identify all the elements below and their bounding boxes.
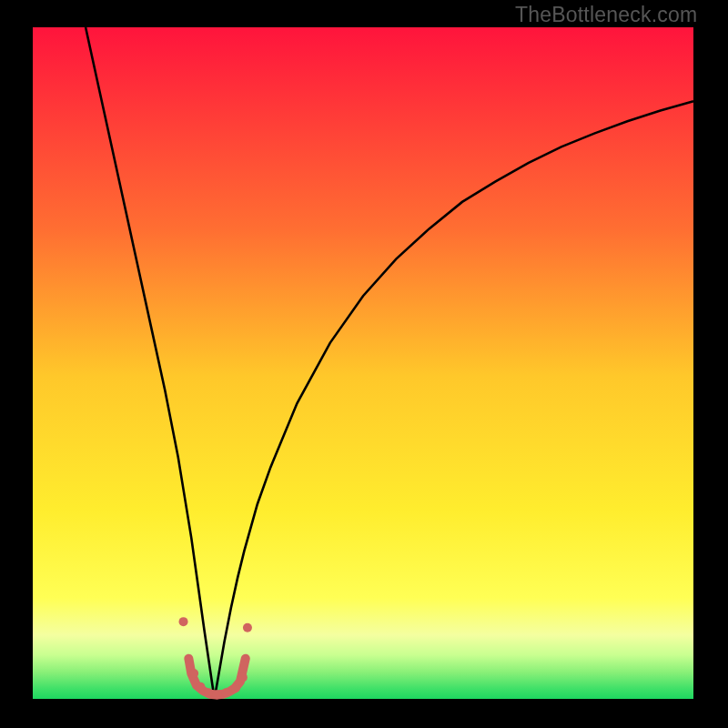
dot-dots: [238, 672, 248, 682]
chart-frame: TheBottleneck.com: [0, 0, 728, 728]
dot-dots: [189, 669, 198, 678]
dot-dots: [231, 683, 240, 693]
dot-dots: [196, 682, 205, 692]
chart-overlay: [0, 0, 728, 728]
dot-dots: [243, 623, 252, 632]
series-curve: [86, 27, 693, 699]
dot-dots: [222, 688, 231, 697]
dot-dots: [213, 691, 222, 700]
dot-dots: [179, 617, 188, 626]
dot-dots: [204, 688, 213, 697]
